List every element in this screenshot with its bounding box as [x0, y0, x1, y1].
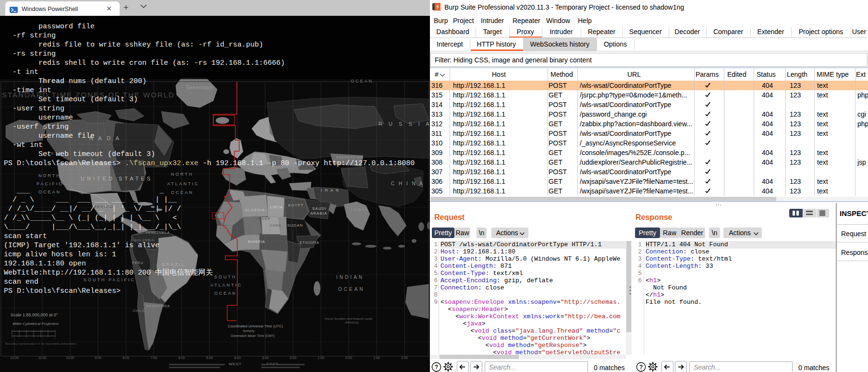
svg-text:2:00: 2:00	[401, 356, 408, 360]
svg-text:4:00: 4:00	[234, 356, 241, 360]
svg-text:Coordinated Universal Time (UT: Coordinated Universal Time (UTC)	[228, 324, 283, 328]
svg-text:5:00: 5:00	[206, 356, 213, 360]
svg-text:(FRANCE): (FRANCE)	[345, 321, 359, 324]
svg-text:2:00: 2:00	[290, 356, 296, 360]
svg-text:Greenwich Mean Time (GMT): Greenwich Mean Time (GMT)	[231, 334, 275, 338]
svg-text:6:00: 6:00	[178, 356, 185, 360]
svg-text:0:00: 0:00	[345, 356, 352, 360]
svg-text:12:00: 12:00	[10, 356, 19, 360]
svg-text:Scale 1:85,000,000 at 0°: Scale 1:85,000,000 at 0°	[11, 312, 58, 317]
svg-text:French Southern and Antarctic: French Southern and Antarctic Lands	[325, 317, 372, 320]
svg-text:7:00: 7:00	[150, 356, 157, 360]
svg-text:1:00: 1:00	[373, 356, 380, 360]
svg-text:Boundary representation is not: Boundary representation is not necessari…	[5, 342, 76, 345]
svg-text:11:00: 11:00	[38, 356, 47, 360]
svg-text:8:00: 8:00	[122, 356, 129, 360]
svg-text:10:00: 10:00	[66, 356, 74, 360]
svg-text:WEST: WEST	[229, 362, 242, 366]
svg-text:?: ?	[639, 364, 643, 371]
svg-text:3:00: 3:00	[262, 356, 269, 360]
svg-text:?: ?	[435, 364, 438, 371]
svg-text:CHILE: CHILE	[133, 309, 145, 312]
svg-text:ARGENTINA: ARGENTINA	[146, 304, 170, 308]
svg-text:1:00: 1:00	[318, 356, 324, 360]
svg-text:formerly: formerly	[243, 329, 255, 333]
svg-text:Miller Cylindrical Projection: Miller Cylindrical Projection	[12, 322, 59, 326]
svg-text:9:00: 9:00	[95, 356, 101, 360]
